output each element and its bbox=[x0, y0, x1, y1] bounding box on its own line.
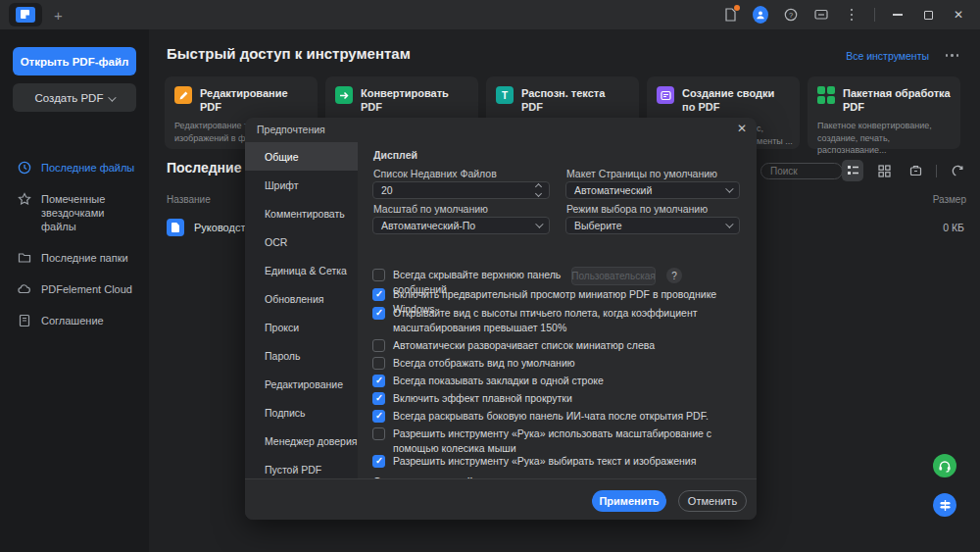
dialog-tabs: Общие Шрифт Комментировать OCR Единица &… bbox=[245, 142, 358, 520]
notification-document-icon[interactable] bbox=[722, 7, 738, 23]
recent-files-spinner[interactable]: 20 bbox=[372, 181, 550, 199]
sidebar-item-recent-files[interactable]: Последние файлы bbox=[0, 152, 149, 183]
section-display: Дисплей bbox=[373, 149, 417, 161]
checkbox-icon bbox=[372, 392, 385, 405]
support-button[interactable] bbox=[933, 454, 956, 477]
notification-dot bbox=[734, 5, 740, 11]
checkbox-expand-thumbnails[interactable]: Автоматически разворачивает список миниа… bbox=[372, 338, 655, 353]
checkbox-icon bbox=[372, 427, 385, 440]
checkbox-ai-chat-panel[interactable]: Всегда раскрывать боковую панель ИИ-чата… bbox=[372, 409, 709, 424]
card-title: Создание сводки по PDF bbox=[682, 86, 790, 114]
selection-mode-select[interactable]: Выберите bbox=[565, 217, 740, 234]
sidebar-item-recent-folders[interactable]: Последние папки bbox=[0, 242, 149, 274]
pdfelement-logo-icon bbox=[16, 7, 35, 23]
page-layout-select[interactable]: Автоматический bbox=[565, 181, 740, 199]
headset-icon bbox=[938, 460, 952, 473]
card-title: Пакетная обработка PDF bbox=[843, 86, 951, 114]
convert-pdf-icon bbox=[335, 86, 353, 104]
checkbox-icon bbox=[372, 357, 385, 370]
tab-proxy[interactable]: Прокси bbox=[245, 313, 358, 341]
column-header-name[interactable]: Название bbox=[167, 194, 211, 205]
field-label-selection-mode: Режим выбора по умолчанию bbox=[566, 203, 708, 215]
dialog-body: Дисплей Список Недавних Файлов 20 Макет … bbox=[358, 139, 757, 478]
all-tools-link[interactable]: Все инструменты bbox=[846, 50, 929, 62]
tab-ocr[interactable]: OCR bbox=[245, 227, 358, 256]
card-title: Редактирование PDF bbox=[200, 86, 308, 114]
more-menu-icon[interactable] bbox=[844, 7, 859, 23]
spinner-arrows-icon[interactable] bbox=[536, 184, 541, 196]
checkbox-icon bbox=[372, 288, 385, 301]
checkbox-icon bbox=[372, 410, 385, 423]
tab-password[interactable]: Пароль bbox=[245, 341, 358, 370]
apply-button[interactable]: Применить bbox=[592, 490, 666, 512]
feedback-icon[interactable] bbox=[813, 7, 829, 23]
tab-updates[interactable]: Обновления bbox=[245, 284, 358, 313]
card-title: Конвертировать PDF bbox=[361, 86, 468, 114]
star-icon bbox=[18, 192, 31, 206]
dialog-footer: Применить Отменить bbox=[245, 478, 757, 520]
checkbox-hand-tool-zoom[interactable]: Разрешить инструменту «Рука» использоват… bbox=[372, 427, 741, 456]
checkbox-hand-tool-select[interactable]: Разрешить инструменту «Рука» выбирать те… bbox=[372, 454, 696, 469]
recent-heading: Последние bbox=[167, 160, 241, 176]
sidebar-item-label: Соглашение bbox=[41, 314, 104, 327]
tab-editing[interactable]: Редактирование bbox=[245, 370, 358, 398]
close-button[interactable]: ✕ bbox=[951, 7, 966, 23]
refresh-icon[interactable] bbox=[947, 160, 968, 181]
open-pdf-button[interactable]: Открыть PDF-файл bbox=[13, 47, 136, 75]
card-batch-pdf[interactable]: Пакетная обработка PDF Пакетное конверти… bbox=[808, 76, 960, 149]
custom-button-disabled: Пользовательская bbox=[571, 267, 656, 285]
pdf-file-icon bbox=[167, 219, 184, 236]
card-desc-fragment: с, bbox=[757, 124, 763, 133]
guide-button[interactable] bbox=[933, 493, 956, 517]
checkbox-default-view[interactable]: Всегда отображать вид по умолчанию bbox=[372, 356, 575, 371]
sidebar-item-agreement[interactable]: Соглашение bbox=[0, 305, 149, 336]
sidebar-item-cloud[interactable]: PDFelement Cloud bbox=[0, 274, 149, 305]
summarize-pdf-icon bbox=[657, 86, 674, 104]
preferences-dialog: Предпочтения ✕ Общие Шрифт Комментироват… bbox=[245, 118, 757, 520]
svg-text:?: ? bbox=[789, 11, 793, 20]
list-view-toggle[interactable] bbox=[842, 160, 863, 181]
field-label-recent-list: Список Недавних Файлов bbox=[373, 168, 497, 179]
minimize-button[interactable] bbox=[890, 7, 906, 23]
default-zoom-select[interactable]: Автоматический-По bbox=[372, 217, 550, 234]
app-tab[interactable] bbox=[9, 3, 42, 26]
clock-icon bbox=[18, 161, 31, 175]
search-input[interactable] bbox=[760, 163, 843, 179]
field-label-page-layout: Макет Страницы по умолчанию bbox=[566, 168, 717, 179]
help-icon[interactable]: ? bbox=[783, 7, 799, 23]
cloud-icon bbox=[18, 282, 31, 296]
cancel-button[interactable]: Отменить bbox=[678, 490, 747, 512]
tab-comment[interactable]: Комментировать bbox=[245, 199, 358, 227]
account-avatar[interactable] bbox=[753, 7, 768, 23]
sidebar-item-starred-files[interactable]: Помеченные звездочками файлы bbox=[0, 183, 149, 242]
archive-icon[interactable] bbox=[905, 160, 926, 181]
app-window: + ? ✕ bbox=[0, 0, 980, 552]
checkbox-bookmarks-single-line[interactable]: Всегда показывать закладки в одной строк… bbox=[372, 374, 604, 388]
tab-general[interactable]: Общие bbox=[245, 142, 358, 171]
sidebar-item-label: Последние папки bbox=[41, 251, 128, 265]
folder-icon bbox=[18, 251, 31, 265]
batch-pdf-icon bbox=[817, 86, 835, 104]
tools-more-icon[interactable] bbox=[946, 54, 959, 57]
sidebar: Открыть PDF-файл Создать PDF Последние ф… bbox=[0, 29, 149, 552]
chevron-down-icon bbox=[109, 93, 117, 101]
tab-signature[interactable]: Подпись bbox=[245, 398, 358, 427]
column-header-size[interactable]: Размер bbox=[933, 194, 966, 205]
ocr-pdf-icon: T bbox=[496, 86, 514, 104]
chevron-down-icon bbox=[725, 220, 733, 227]
card-desc: Пакетное конвертирование,создание, печат… bbox=[817, 120, 951, 157]
dialog-title: Предпочтения bbox=[257, 124, 325, 135]
checkbox-birds-eye-view[interactable]: Открывайте вид с высоты птичьего полета,… bbox=[372, 306, 741, 335]
titlebar-separator bbox=[874, 8, 875, 22]
tab-trust-manager[interactable]: Менеджер доверия bbox=[245, 427, 358, 455]
new-tab-button[interactable]: + bbox=[54, 8, 63, 23]
tab-font[interactable]: Шрифт bbox=[245, 171, 358, 199]
checkbox-icon bbox=[372, 339, 385, 352]
create-pdf-button[interactable]: Создать PDF bbox=[13, 83, 136, 112]
dialog-close-icon[interactable]: ✕ bbox=[737, 122, 747, 135]
grid-view-toggle[interactable] bbox=[873, 160, 895, 181]
help-circle-icon[interactable]: ? bbox=[666, 268, 682, 283]
tab-unit-grid[interactable]: Единица & Сетка bbox=[245, 256, 358, 284]
maximize-button[interactable] bbox=[920, 7, 936, 23]
checkbox-smooth-scroll[interactable]: Включить эффект плавной прокрутки bbox=[372, 391, 572, 406]
